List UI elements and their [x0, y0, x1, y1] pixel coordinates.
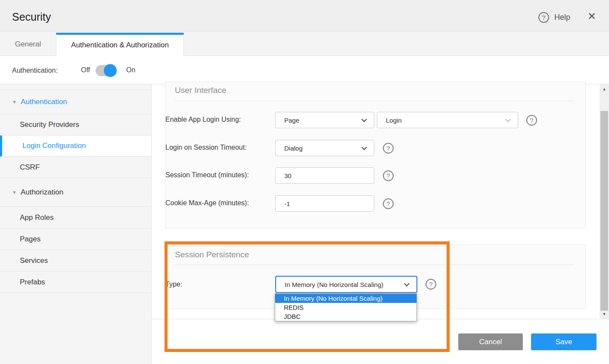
- login-on-session-timeout-label: Login on Session Timeout:: [165, 144, 247, 151]
- sidebar-list: ▼ Authentication Security Providers Logi…: [0, 89, 151, 293]
- sidebar-item-pages[interactable]: Pages: [0, 228, 151, 250]
- help-icon[interactable]: ?: [426, 279, 436, 290]
- authentication-toggle-label: Authentication:: [12, 67, 58, 74]
- chevron-down-icon: [361, 117, 367, 122]
- type-select[interactable]: In Memory (No Horizontal Scaling): [275, 276, 417, 293]
- session-timeout-label: Session Timeout (minutes):: [165, 171, 249, 179]
- cancel-button[interactable]: Cancel: [458, 333, 523, 350]
- vertical-scrollbar[interactable]: ▲ ▼: [600, 84, 609, 319]
- enable-app-login-label: Enable App Login Using:: [165, 116, 241, 123]
- toggle-knob[interactable]: [104, 64, 117, 77]
- user-interface-section: User Interface Enable App Login Using: P…: [165, 82, 586, 228]
- select-value: Login: [386, 117, 402, 124]
- scroll-up-icon[interactable]: ▲: [600, 87, 609, 91]
- sidebar-item-label: Login Configuration: [22, 142, 86, 150]
- select-value: In Memory (No Horizontal Scaling): [285, 281, 383, 288]
- tab-general[interactable]: General: [0, 33, 56, 56]
- security-dialog: Security ? Help ✕ General Authentication…: [0, 0, 609, 364]
- save-button[interactable]: Save: [531, 333, 597, 350]
- option-in-memory[interactable]: In Memory (No Horizontal Scaling): [275, 294, 416, 303]
- type-label: Type:: [165, 281, 182, 288]
- select-value: Dialog: [284, 145, 303, 152]
- option-jdbc[interactable]: JDBC: [275, 312, 416, 321]
- main-panel: User Interface Enable App Login Using: P…: [152, 84, 609, 364]
- sidebar-item-label: Services: [20, 256, 48, 265]
- page-title: Security: [12, 11, 51, 23]
- section-divider: [175, 101, 574, 101]
- login-on-session-timeout-select[interactable]: Dialog: [275, 140, 374, 156]
- chevron-down-icon: [361, 145, 367, 150]
- section-divider: [175, 265, 574, 265]
- chevron-down-icon: [404, 281, 410, 287]
- sidebar-item-label: App Roles: [20, 213, 53, 222]
- cookie-max-age-input[interactable]: [275, 195, 374, 212]
- sidebar-item-authentication[interactable]: ▼ Authentication: [0, 90, 151, 114]
- help-icon[interactable]: ?: [526, 115, 537, 126]
- help-button[interactable]: ? Help: [538, 9, 570, 25]
- tab-authentication-authorization[interactable]: Authentication & Authorization: [56, 33, 184, 56]
- enable-app-login-select[interactable]: Page: [275, 112, 374, 128]
- help-icon[interactable]: ?: [383, 198, 394, 209]
- chevron-down-icon: [505, 117, 511, 122]
- user-interface-heading: User Interface: [175, 86, 226, 95]
- sidebar-item-label: Prefabs: [20, 278, 45, 287]
- sidebar-item-label: Authentication: [21, 98, 67, 106]
- help-icon[interactable]: ?: [538, 12, 549, 23]
- close-icon[interactable]: ✕: [585, 9, 599, 23]
- sidebar: ▼ Authentication Security Providers Logi…: [0, 84, 152, 364]
- sidebar-item-prefabs[interactable]: Prefabs: [0, 271, 151, 293]
- toggle-off-label: Off: [81, 66, 90, 74]
- option-redis[interactable]: REDIS: [275, 303, 416, 312]
- sidebar-item-label: Authorization: [21, 188, 63, 197]
- login-page-select[interactable]: Login: [377, 112, 518, 128]
- scrollbar-thumb[interactable]: [600, 111, 608, 311]
- scroll-down-icon[interactable]: ▼: [600, 312, 609, 316]
- sidebar-item-label: CSRF: [20, 163, 40, 172]
- select-value: Page: [284, 117, 299, 124]
- collapse-triangle-icon[interactable]: ▼: [12, 99, 17, 105]
- sidebar-item-app-roles[interactable]: App Roles: [0, 207, 151, 228]
- sidebar-item-csrf[interactable]: CSRF: [0, 157, 151, 178]
- authentication-toggle[interactable]: [96, 65, 116, 76]
- help-label[interactable]: Help: [554, 13, 570, 22]
- cookie-max-age-label: Cookie Max-Age (minutes):: [165, 199, 249, 207]
- sidebar-item-label: Security Providers: [20, 120, 79, 129]
- sidebar-item-security-providers[interactable]: Security Providers: [0, 114, 151, 136]
- session-timeout-input[interactable]: [275, 167, 374, 184]
- sidebar-item-login-configuration[interactable]: Login Configuration: [0, 136, 151, 157]
- help-icon[interactable]: ?: [383, 170, 394, 181]
- type-select-dropdown: In Memory (No Horizontal Scaling) REDIS …: [275, 293, 417, 321]
- sidebar-item-services[interactable]: Services: [0, 250, 151, 271]
- dialog-header: [0, 0, 609, 32]
- sidebar-item-authorization[interactable]: ▼ Authorization: [0, 178, 151, 207]
- toggle-on-label: On: [126, 66, 135, 74]
- authentication-toggle-row: [0, 56, 609, 84]
- help-icon[interactable]: ?: [383, 143, 394, 154]
- session-persistence-heading: Session Persistence: [175, 250, 249, 259]
- sidebar-item-label: Pages: [20, 235, 40, 244]
- collapse-triangle-icon[interactable]: ▼: [12, 190, 17, 195]
